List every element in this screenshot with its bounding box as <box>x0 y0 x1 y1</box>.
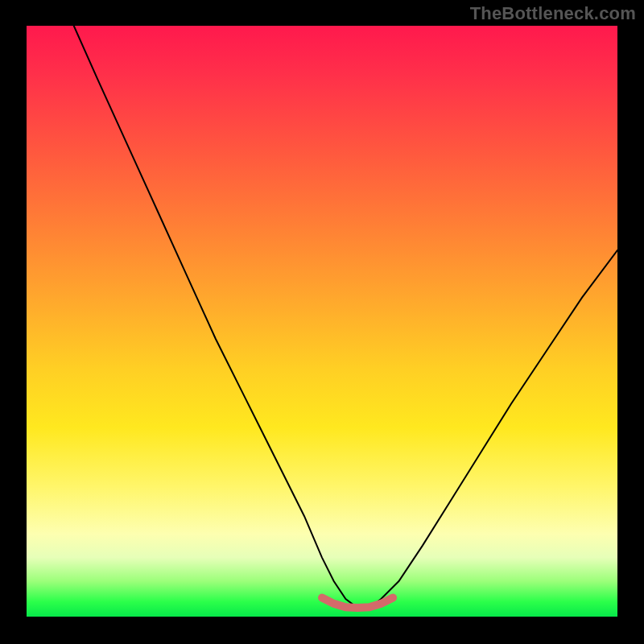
curve-layer <box>27 26 617 617</box>
optimal-band <box>322 598 393 609</box>
plot-area <box>27 26 617 617</box>
chart-frame: TheBottleneck.com <box>0 0 644 644</box>
bottleneck-curve <box>74 26 617 608</box>
watermark-text: TheBottleneck.com <box>470 3 636 24</box>
